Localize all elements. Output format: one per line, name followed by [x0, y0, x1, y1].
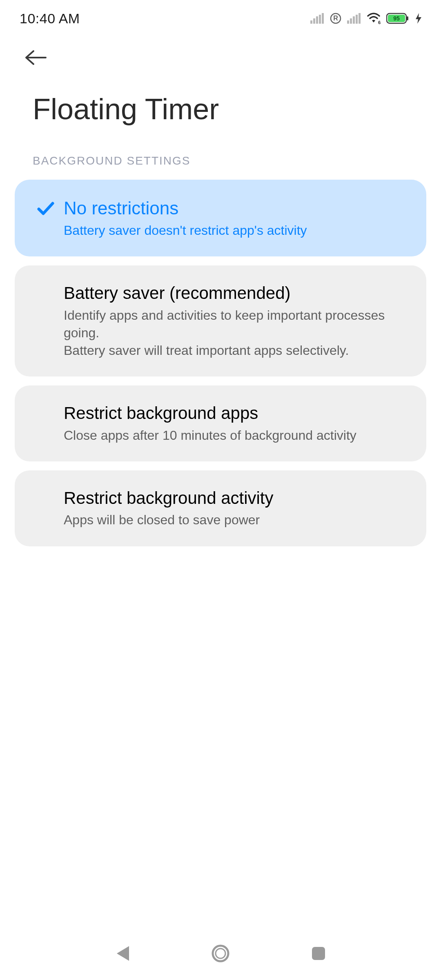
option-subtitle: Identify apps and activities to keep imp…: [64, 307, 410, 360]
charging-bolt-icon: [416, 13, 421, 24]
nav-back-button[interactable]: [98, 937, 147, 970]
triangle-back-icon: [114, 944, 131, 962]
status-time: 10:40 AM: [20, 11, 80, 27]
option-subtitle: Close apps after 10 minutes of backgroun…: [64, 427, 410, 444]
svg-text:R: R: [333, 15, 338, 22]
option-body: Restrict background apps Close apps afte…: [64, 403, 410, 444]
svg-rect-15: [407, 16, 408, 20]
square-recents-icon: [310, 945, 327, 962]
svg-rect-3: [319, 15, 321, 24]
nav-bar: [0, 927, 441, 980]
option-body: Restrict background activity Apps will b…: [64, 488, 410, 529]
option-check-container: [27, 403, 64, 405]
circle-home-icon: [211, 944, 230, 963]
option-title: Restrict background activity: [64, 488, 410, 509]
svg-rect-2: [316, 16, 318, 24]
status-icons: R 6 95: [310, 13, 421, 24]
svg-rect-0: [310, 20, 312, 24]
nav-recents-button[interactable]: [294, 937, 343, 970]
option-title: No restrictions: [64, 197, 410, 219]
svg-point-17: [216, 949, 225, 958]
check-icon: [36, 199, 54, 217]
svg-rect-1: [313, 18, 315, 24]
arrow-left-icon: [24, 49, 47, 66]
roaming-icon: R: [330, 13, 341, 24]
option-body: No restrictions Battery saver doesn't re…: [64, 197, 410, 239]
svg-rect-10: [356, 15, 358, 24]
nav-home-button[interactable]: [196, 937, 245, 970]
options-list: No restrictions Battery saver doesn't re…: [0, 180, 441, 546]
option-no-restrictions[interactable]: No restrictions Battery saver doesn't re…: [15, 180, 426, 256]
svg-rect-8: [350, 18, 352, 24]
cellular-signal-icon: [310, 13, 324, 24]
option-subtitle: Battery saver doesn't restrict app's act…: [64, 222, 410, 239]
battery-icon: 95: [386, 13, 410, 24]
option-check-container: [27, 283, 64, 285]
cellular-signal-2-icon: [347, 13, 361, 24]
svg-rect-9: [353, 16, 355, 24]
option-restrict-background-activity[interactable]: Restrict background activity Apps will b…: [15, 470, 426, 546]
svg-text:6: 6: [378, 20, 381, 24]
option-battery-saver[interactable]: Battery saver (recommended) Identify app…: [15, 265, 426, 376]
option-check-container: [27, 197, 64, 217]
option-subtitle: Apps will be closed to save power: [64, 511, 410, 529]
option-check-container: [27, 488, 64, 490]
svg-rect-18: [312, 947, 325, 960]
option-title: Restrict background apps: [64, 403, 410, 424]
section-header: BACKGROUND SETTINGS: [0, 154, 441, 180]
svg-rect-4: [322, 13, 324, 24]
status-bar: 10:40 AM R 6: [0, 0, 441, 33]
option-restrict-background-apps[interactable]: Restrict background apps Close apps afte…: [15, 385, 426, 461]
back-button[interactable]: [24, 43, 53, 72]
battery-percent-text: 95: [393, 15, 400, 22]
svg-rect-11: [359, 13, 361, 24]
option-body: Battery saver (recommended) Identify app…: [64, 283, 410, 359]
option-title: Battery saver (recommended): [64, 283, 410, 304]
wifi-icon: 6: [367, 13, 381, 24]
page-title: Floating Timer: [24, 72, 425, 154]
svg-rect-7: [347, 20, 349, 24]
header: Floating Timer: [0, 33, 441, 154]
